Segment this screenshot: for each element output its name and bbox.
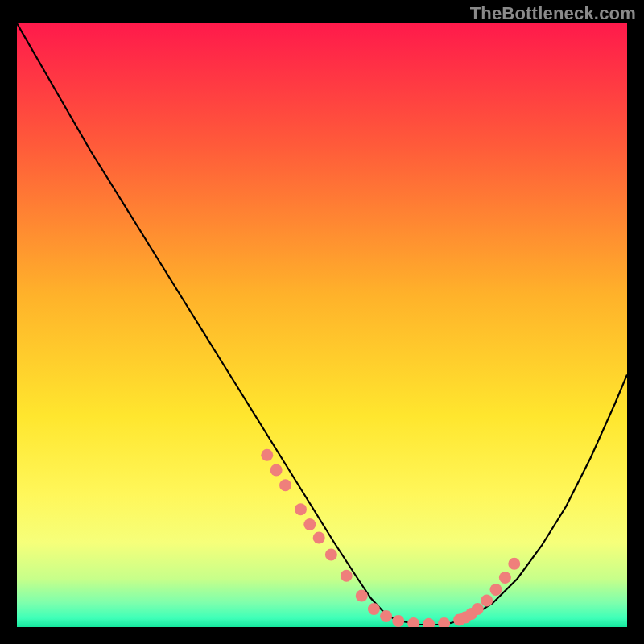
highlight-dot <box>508 558 520 570</box>
highlight-dot <box>295 503 307 515</box>
highlight-dot <box>261 449 273 461</box>
highlight-dot <box>481 595 493 607</box>
highlight-dot <box>279 479 291 491</box>
highlight-dot <box>313 532 325 544</box>
highlight-dot <box>472 603 484 615</box>
watermark-text: TheBottleneck.com <box>470 3 636 24</box>
highlight-dot <box>341 570 353 582</box>
highlight-dot <box>392 615 404 627</box>
highlight-dot <box>303 518 316 530</box>
highlight-dot <box>490 584 502 596</box>
chart-svg <box>17 23 627 627</box>
highlight-dot <box>356 590 368 602</box>
highlight-dot <box>499 572 511 584</box>
chart-frame: TheBottleneck.com <box>0 0 644 644</box>
highlight-dot <box>380 610 392 622</box>
chart-plot <box>17 23 627 627</box>
highlight-dot <box>325 549 337 561</box>
highlight-dot <box>270 464 283 477</box>
highlight-dot <box>368 603 380 615</box>
